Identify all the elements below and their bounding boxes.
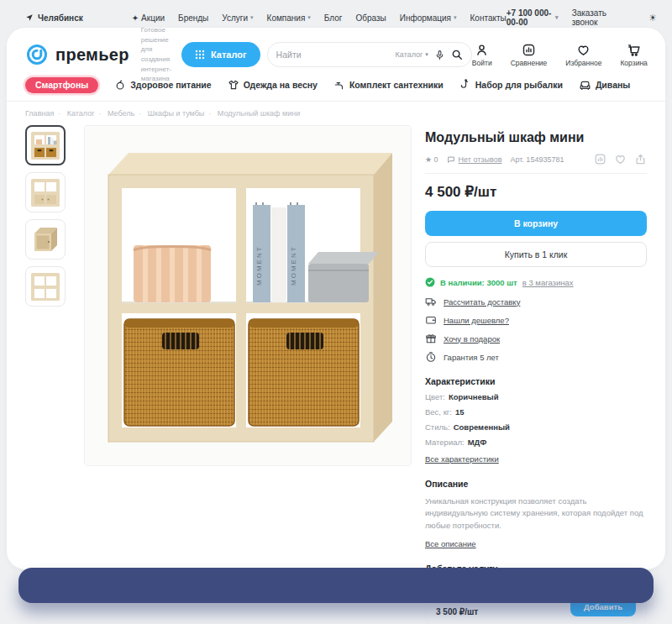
- callback-link[interactable]: Заказать звонок: [572, 8, 617, 27]
- gift-icon: [425, 333, 437, 344]
- breadcrumb-home[interactable]: Главная: [25, 109, 54, 118]
- city-selector[interactable]: Челябинск: [25, 13, 83, 23]
- page: Челябинск ✦ Акции Бренды Услуги▾ Компани…: [0, 0, 672, 624]
- share-icon[interactable]: [634, 153, 647, 165]
- menu-item-company[interactable]: Компания▾: [267, 13, 311, 23]
- header-actions: Войти Сравнение Из: [472, 43, 648, 67]
- product-info: Модульный шкаф мини ★ 0 Нет отзывов Арт.…: [425, 125, 647, 624]
- breadcrumb-cabinets[interactable]: Шкафы и тумбы: [139, 109, 204, 118]
- menu-item-looks[interactable]: Образы: [355, 13, 386, 23]
- rating[interactable]: ★ 0: [425, 155, 438, 164]
- breadcrumb: Главная Каталог Мебель Шкафы и тумбы Мод…: [25, 109, 647, 118]
- search-input[interactable]: [276, 50, 390, 60]
- spec-row-style: СтильСовременный: [425, 422, 647, 432]
- catalog-button-label: Каталог: [211, 50, 247, 60]
- gift-link[interactable]: Хочу в подарок: [425, 333, 647, 344]
- faucet-icon: [333, 79, 345, 91]
- product-meta: ★ 0 Нет отзывов Арт. 154935781: [425, 153, 647, 165]
- apple-icon: [114, 79, 126, 91]
- product-title: Модульный шкаф мини: [425, 130, 647, 145]
- thumbnail-1-active[interactable]: [25, 125, 66, 165]
- menu-item-contacts[interactable]: Контакты: [470, 13, 507, 23]
- header: премьер Готовое решение для создания инт…: [25, 39, 647, 71]
- thumbnail-2[interactable]: [25, 172, 66, 212]
- chevron-down-icon: ▾: [555, 14, 559, 21]
- meta-divider: [425, 173, 647, 174]
- tagline: Готовое решение для создания интернет-ма…: [141, 25, 171, 84]
- breadcrumb-catalog[interactable]: Каталог: [58, 109, 94, 118]
- thumbnail-list: [25, 125, 66, 624]
- buy-one-click-button[interactable]: Купить в 1 клик: [425, 242, 647, 267]
- thumbnail-3[interactable]: [25, 219, 66, 260]
- favorites-button[interactable]: Избранное: [565, 43, 601, 67]
- wallet-icon: [425, 314, 437, 326]
- category-plumbing[interactable]: Комплект сантехники: [333, 79, 444, 91]
- menu-item-blog[interactable]: Блог: [324, 13, 343, 23]
- chevron-down-icon: ▾: [250, 14, 254, 21]
- search-icon[interactable]: [451, 49, 463, 60]
- category-sofas[interactable]: Диваны: [579, 79, 630, 92]
- stock-status: В наличии: 3000 шт в 3 магазинах: [425, 277, 647, 287]
- all-description-link[interactable]: Все описание: [425, 539, 476, 548]
- menu-item-info[interactable]: Информация▾: [400, 13, 457, 23]
- description-title: Описание: [425, 479, 647, 489]
- thumbnail-4[interactable]: [25, 266, 66, 307]
- topbar: Челябинск ✦ Акции Бренды Услуги▾ Компани…: [25, 10, 657, 25]
- star-icon: ★: [425, 155, 432, 164]
- logo-text: премьер: [55, 45, 129, 65]
- search-bar: Каталог▾: [267, 42, 472, 67]
- grey-box: [308, 252, 379, 302]
- cart-icon: [627, 43, 641, 57]
- search-scope-select[interactable]: Каталог▾: [396, 50, 428, 59]
- phone-number[interactable]: +7 100 000-00-00▾: [507, 8, 559, 27]
- compare-icon: [522, 43, 536, 57]
- sparkle-icon: ✦: [132, 13, 139, 23]
- product-image[interactable]: MOMENT MOMENT: [84, 125, 412, 466]
- catalog-button[interactable]: Каталог: [181, 42, 260, 67]
- add-to-cart-button[interactable]: В корзину: [425, 211, 647, 236]
- city-label: Челябинск: [38, 13, 83, 23]
- tshirt-icon: [228, 79, 239, 91]
- breadcrumb-furniture[interactable]: Мебель: [98, 109, 134, 118]
- main-card: премьер Готовое решение для создания инт…: [7, 28, 665, 569]
- category-nav: Смартфоны Здоровое питание Одежда на вес…: [25, 76, 647, 93]
- spec-row-weight: Вес, кг15: [425, 407, 647, 417]
- logo[interactable]: премьер: [25, 43, 129, 66]
- stores-link[interactable]: в 3 магазинах: [522, 278, 574, 287]
- books: MOMENT MOMENT: [253, 202, 305, 302]
- category-spring-clothes[interactable]: Одежда на весну: [228, 79, 318, 91]
- topbar-right: +7 100 000-00-00▾ Заказать звонок ☀: [507, 8, 657, 27]
- heart-icon[interactable]: [614, 153, 627, 165]
- theme-toggle-sun-icon[interactable]: ☀: [648, 13, 657, 24]
- category-pill-smartphones[interactable]: Смартфоны: [25, 77, 98, 93]
- description-text: Уникальная конструкция позволяет создать…: [425, 496, 647, 532]
- wicker-basket-right: [249, 319, 359, 426]
- delivery-link[interactable]: Рассчитать доставку: [425, 296, 647, 307]
- product-page-content: MOMENT MOMENT: [25, 125, 647, 624]
- warranty-item: Гарантия 5 лет: [425, 351, 647, 363]
- reviews-link[interactable]: Нет отзывов: [447, 155, 502, 164]
- stock-quantity: В наличии: 3000 шт: [440, 278, 517, 287]
- fishing-hook-icon: [459, 79, 471, 91]
- microphone-icon[interactable]: [434, 50, 445, 60]
- compare-icon[interactable]: [594, 153, 606, 165]
- cart-button[interactable]: Корзина: [620, 43, 647, 67]
- menu-item-brands[interactable]: Бренды: [178, 13, 208, 23]
- login-button[interactable]: Войти: [472, 43, 492, 67]
- sofa-icon: [579, 79, 591, 92]
- all-specs-link[interactable]: Все характеристики: [425, 454, 499, 464]
- feature-links: Рассчитать доставку Нашли дешевле? Хочу …: [425, 296, 647, 363]
- specs-title: Характеристики: [425, 376, 647, 386]
- cheaper-link[interactable]: Нашли дешевле?: [425, 314, 647, 326]
- chevron-down-icon: ▾: [307, 14, 311, 21]
- compare-button[interactable]: Сравнение: [511, 43, 548, 67]
- menu-item-promos[interactable]: ✦ Акции: [132, 13, 165, 23]
- spec-row-material: МатериалМДФ: [425, 438, 647, 447]
- chat-icon: [447, 155, 455, 164]
- category-health-food[interactable]: Здоровое питание: [114, 79, 211, 91]
- wicker-basket-left: [124, 319, 234, 426]
- category-fishing[interactable]: Набор для рыбалки: [459, 79, 563, 91]
- svg-text:MOMENT: MOMENT: [290, 245, 297, 286]
- menu-item-services[interactable]: Услуги▾: [222, 13, 253, 23]
- peach-box: [134, 245, 211, 302]
